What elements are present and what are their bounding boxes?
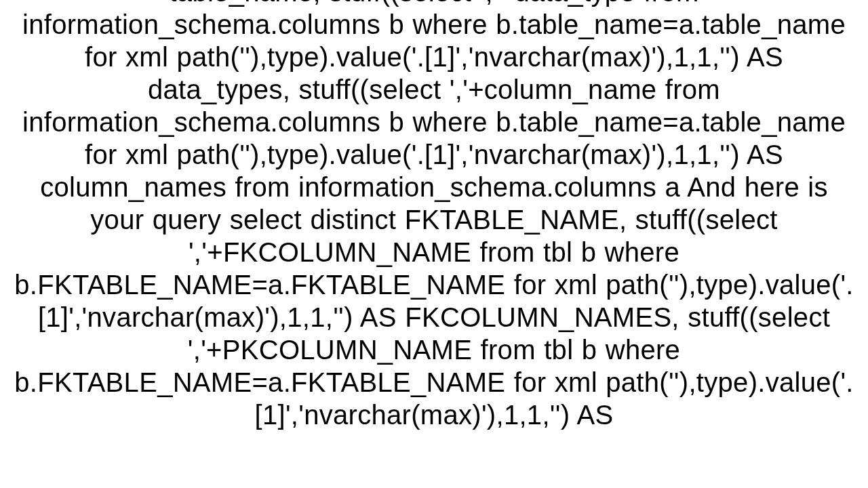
sql-text-body: table_name, stuff((select ','+data_type … xyxy=(0,0,868,431)
